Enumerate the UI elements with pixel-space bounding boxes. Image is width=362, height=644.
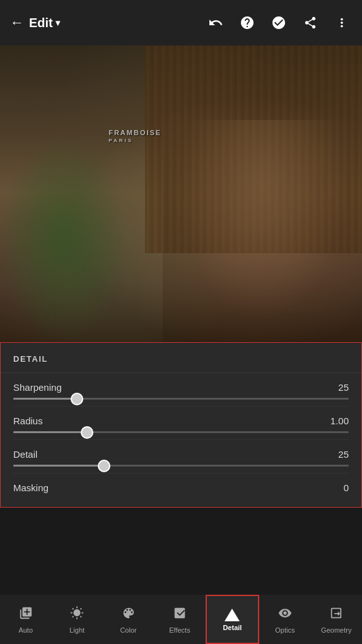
detail-heading: DETAIL xyxy=(1,343,361,373)
detail-triangle-icon xyxy=(225,609,240,621)
photo-preview: FRAMBOISE PARIS xyxy=(0,45,362,342)
detail-track[interactable] xyxy=(13,465,349,467)
confirm-button[interactable] xyxy=(269,13,289,33)
top-bar-left: ← Edit ▾ xyxy=(10,15,199,31)
radius-thumb[interactable] xyxy=(81,426,93,439)
sliders-container: Sharpening 25 Radius 1.00 Detail 25 xyxy=(1,373,361,507)
share-button[interactable] xyxy=(300,13,320,33)
more-options-button[interactable] xyxy=(332,13,352,33)
detail-nav-label: Detail xyxy=(223,624,242,631)
bottom-nav: Auto Light Color Effects Det xyxy=(0,595,362,644)
masking-value: 0 xyxy=(344,482,349,493)
masking-row: Masking 0 xyxy=(13,474,349,507)
masking-label: Masking xyxy=(13,482,49,493)
undo-button[interactable] xyxy=(206,13,226,33)
edit-label: Edit xyxy=(29,16,53,30)
nav-item-geometry[interactable]: Geometry xyxy=(311,595,362,644)
geometry-icon xyxy=(329,606,343,624)
nav-item-detail[interactable]: Detail xyxy=(206,595,259,644)
detail-row: Detail 25 xyxy=(13,440,349,474)
radius-track[interactable] xyxy=(13,431,349,433)
top-bar: ← Edit ▾ xyxy=(0,0,362,45)
optics-icon xyxy=(278,606,292,624)
radius-fill xyxy=(13,431,87,433)
help-button[interactable] xyxy=(237,13,257,33)
light-label: Light xyxy=(69,626,85,634)
back-button[interactable]: ← xyxy=(10,15,24,31)
nav-item-auto[interactable]: Auto xyxy=(0,595,51,644)
top-bar-right xyxy=(206,13,352,33)
sharpening-label: Sharpening xyxy=(13,382,62,393)
nav-item-light[interactable]: Light xyxy=(51,595,102,644)
radius-value: 1.00 xyxy=(330,415,349,426)
sharpening-track[interactable] xyxy=(13,398,349,400)
detail-panel: DETAIL Sharpening 25 Radius 1.00 xyxy=(0,342,362,508)
sharpening-row: Sharpening 25 xyxy=(13,373,349,407)
radius-row: Radius 1.00 xyxy=(13,407,349,440)
masking-label-row: Masking 0 xyxy=(13,482,349,493)
photo-canvas: FRAMBOISE PARIS xyxy=(0,45,362,342)
sharpening-label-row: Sharpening 25 xyxy=(13,382,349,393)
detail-fill xyxy=(13,465,104,467)
radius-label: Radius xyxy=(13,415,43,426)
geometry-label: Geometry xyxy=(321,626,351,634)
effects-icon xyxy=(173,606,187,624)
sharpening-value: 25 xyxy=(338,382,349,393)
nav-item-color[interactable]: Color xyxy=(103,595,154,644)
optics-label: Optics xyxy=(275,626,295,634)
sharpening-thumb[interactable] xyxy=(71,393,83,405)
nav-item-effects[interactable]: Effects xyxy=(154,595,205,644)
color-icon xyxy=(122,606,136,624)
detail-label-row: Detail 25 xyxy=(13,449,349,460)
detail-value: 25 xyxy=(338,449,349,460)
detail-thumb[interactable] xyxy=(98,460,110,472)
sun-icon xyxy=(70,606,84,624)
effects-label: Effects xyxy=(169,626,190,634)
auto-icon xyxy=(19,606,33,624)
chevron-down-icon: ▾ xyxy=(55,18,60,28)
edit-title[interactable]: Edit ▾ xyxy=(29,16,60,30)
color-label: Color xyxy=(120,626,136,634)
auto-label: Auto xyxy=(18,626,33,634)
sharpening-fill xyxy=(13,398,77,400)
radius-label-row: Radius 1.00 xyxy=(13,415,349,426)
nav-item-optics[interactable]: Optics xyxy=(259,595,310,644)
dark-overlay xyxy=(0,45,362,342)
detail-label: Detail xyxy=(13,449,37,460)
